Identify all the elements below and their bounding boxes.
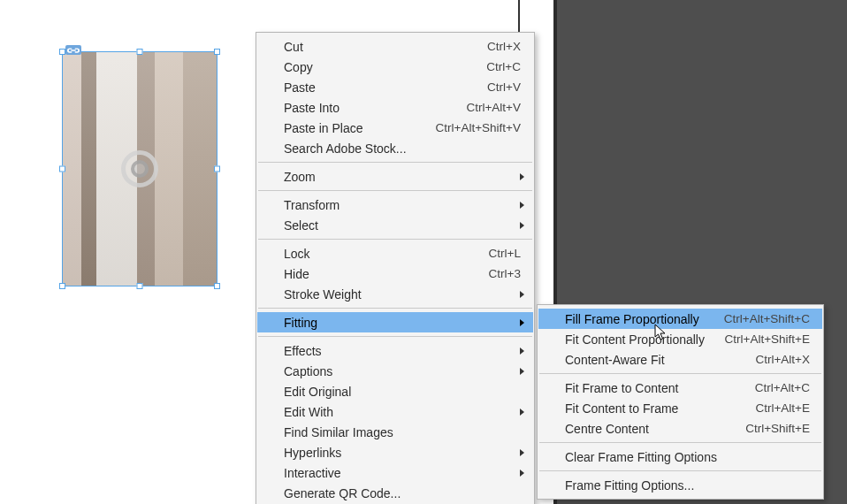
menu-item-label: Paste Into [284,101,466,115]
menu-item-label: Fit Frame to Content [565,381,755,395]
menu-item-centre-content[interactable]: Centre ContentCtrl+Shift+E [538,418,822,439]
menu-item-label: Edit Original [284,385,521,399]
menu-item-label: Transform [284,198,521,212]
menu-item-paste-into[interactable]: Paste IntoCtrl+Alt+V [257,97,533,118]
menu-item-shortcut: Ctrl+X [487,40,521,53]
menu-item-label: Effects [284,344,521,358]
menu-separator [258,162,532,163]
menu-item-label: Frame Fitting Options... [565,478,810,493]
menu-item-interactive[interactable]: Interactive [257,462,533,483]
menu-item-paste[interactable]: PasteCtrl+V [257,77,533,97]
menu-item-shortcut: Ctrl+L [489,247,521,260]
menu-item-shortcut: Ctrl+Shift+E [745,422,810,435]
menu-item-fit-content-to-frame[interactable]: Fit Content to FrameCtrl+Alt+E [538,398,822,418]
resize-handle[interactable] [59,283,65,289]
fitting-submenu[interactable]: Fill Frame ProportionallyCtrl+Alt+Shift+… [537,304,824,500]
menu-item-frame-fitting-options[interactable]: Frame Fitting Options... [538,475,822,495]
menu-item-stroke-weight[interactable]: Stroke Weight [257,284,533,304]
menu-separator [539,373,821,374]
chevron-right-icon [520,347,524,355]
image-frame[interactable] [62,51,217,286]
menu-item-generate-qr-code[interactable]: Generate QR Code... [257,483,533,503]
menu-item-shortcut: Ctrl+Alt+C [755,381,810,394]
menu-item-find-similar-images[interactable]: Find Similar Images [257,422,533,442]
menu-item-clear-frame-fitting-options[interactable]: Clear Frame Fitting Options [538,447,822,467]
resize-handle[interactable] [137,49,143,55]
menu-item-label: Interactive [284,466,521,480]
menu-item-lock[interactable]: LockCtrl+L [257,243,533,263]
chevron-right-icon [520,222,524,229]
menu-item-label: Fit Content Proportionally [565,332,725,347]
chevron-right-icon [520,319,524,326]
chevron-right-icon [520,173,524,180]
menu-item-label: Paste in Place [284,121,436,135]
menu-item-fitting[interactable]: Fitting [257,312,533,332]
menu-item-fill-frame-proportionally[interactable]: Fill Frame ProportionallyCtrl+Alt+Shift+… [538,309,822,329]
resize-handle[interactable] [137,283,143,289]
menu-item-shortcut: Ctrl+3 [489,267,521,280]
resize-handle[interactable] [214,166,220,172]
placed-image[interactable] [63,52,217,286]
menu-separator [539,470,821,471]
menu-item-label: Hyperlinks [284,446,521,460]
menu-item-label: Content-Aware Fit [565,353,755,367]
menu-item-label: Fill Frame Proportionally [565,312,724,326]
menu-item-label: Lock [284,247,489,261]
menu-item-label: Centre Content [565,422,745,436]
link-badge-icon[interactable] [65,45,81,55]
chevron-right-icon [520,449,524,456]
menu-separator [258,336,532,337]
chevron-right-icon [520,202,524,209]
menu-separator [539,442,821,443]
menu-item-fit-frame-to-content[interactable]: Fit Frame to ContentCtrl+Alt+C [538,378,822,398]
menu-item-content-aware-fit[interactable]: Content-Aware FitCtrl+Alt+X [538,349,822,370]
menu-item-label: Fit Content to Frame [565,401,755,416]
menu-item-paste-in-place[interactable]: Paste in PlaceCtrl+Alt+Shift+V [257,118,533,138]
resize-handle[interactable] [214,49,220,55]
menu-item-fit-content-proportionally[interactable]: Fit Content ProportionallyCtrl+Alt+Shift… [538,329,822,349]
menu-item-label: Generate QR Code... [284,486,521,500]
workspace: CutCtrl+XCopyCtrl+CPasteCtrl+VPaste Into… [0,0,847,504]
chevron-right-icon [520,409,524,416]
resize-handle[interactable] [59,49,65,55]
menu-item-captions[interactable]: Captions [257,361,533,381]
content-grabber[interactable] [121,150,158,187]
menu-separator [258,190,532,191]
menu-item-label: Cut [284,40,487,54]
menu-item-shortcut: Ctrl+Alt+Shift+E [725,332,810,346]
menu-item-shortcut: Ctrl+V [487,80,521,94]
context-menu[interactable]: CutCtrl+XCopyCtrl+CPasteCtrl+VPaste Into… [256,32,535,504]
chevron-right-icon [520,470,524,477]
menu-item-search-adobe-stock[interactable]: Search Adobe Stock... [257,138,533,158]
menu-item-effects[interactable]: Effects [257,340,533,361]
menu-item-shortcut: Ctrl+Alt+V [466,101,521,114]
resize-handle[interactable] [59,166,65,172]
menu-item-label: Fitting [284,316,521,330]
menu-item-label: Edit With [284,405,521,419]
chevron-right-icon [520,291,524,298]
menu-item-label: Find Similar Images [284,425,521,439]
menu-item-shortcut: Ctrl+C [486,60,521,73]
resize-handle[interactable] [214,283,220,289]
menu-separator [258,308,532,309]
menu-item-label: Copy [284,60,486,74]
menu-item-label: Clear Frame Fitting Options [565,450,810,464]
menu-item-shortcut: Ctrl+Alt+Shift+V [436,121,521,134]
menu-item-transform[interactable]: Transform [257,195,533,215]
menu-item-edit-with[interactable]: Edit With [257,401,533,422]
menu-item-cut[interactable]: CutCtrl+X [257,36,533,57]
chevron-right-icon [520,368,524,375]
menu-item-label: Select [284,218,521,233]
menu-item-select[interactable]: Select [257,215,533,235]
menu-item-edit-original[interactable]: Edit Original [257,381,533,401]
menu-item-hyperlinks[interactable]: Hyperlinks [257,442,533,462]
menu-item-hide[interactable]: HideCtrl+3 [257,263,533,284]
menu-item-shortcut: Ctrl+Alt+Shift+C [724,312,810,325]
menu-item-zoom[interactable]: Zoom [257,166,533,187]
menu-item-shortcut: Ctrl+Alt+E [755,401,810,415]
menu-separator [258,239,532,240]
menu-item-shortcut: Ctrl+Alt+X [755,353,810,366]
menu-item-label: Paste [284,80,487,95]
menu-item-copy[interactable]: CopyCtrl+C [257,57,533,77]
menu-item-label: Hide [284,267,489,281]
